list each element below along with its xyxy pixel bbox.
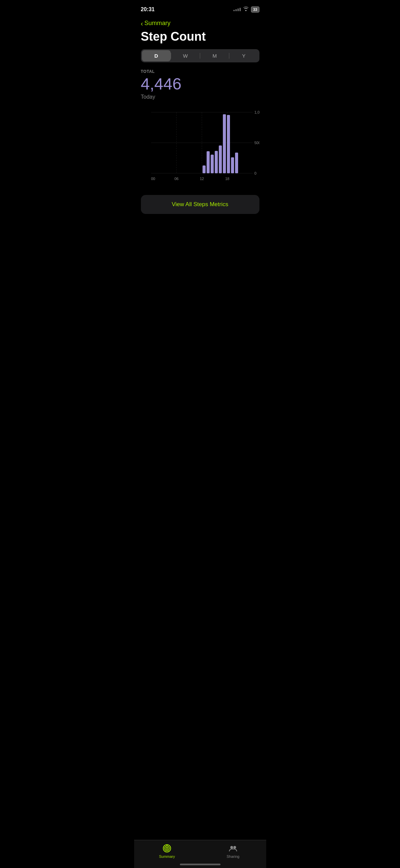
- step-count-chart: 1,000 500 0 00 06 12 18: [141, 105, 259, 187]
- bar-20: [235, 153, 238, 173]
- bar-14: [211, 155, 214, 173]
- period-btn-d[interactable]: D: [142, 50, 171, 61]
- period-btn-w[interactable]: W: [171, 50, 200, 61]
- view-all-steps-button[interactable]: View All Steps Metrics: [141, 195, 259, 214]
- page-title: Step Count: [134, 28, 266, 49]
- period-btn-m[interactable]: M: [200, 50, 229, 61]
- svg-text:1,000: 1,000: [254, 110, 259, 114]
- back-label: Summary: [144, 20, 170, 27]
- period-btn-y[interactable]: Y: [229, 50, 258, 61]
- bar-17: [223, 114, 226, 173]
- signal-icon: [233, 8, 241, 11]
- bar-13: [207, 151, 210, 173]
- svg-text:500: 500: [254, 141, 259, 145]
- status-time: 20:31: [141, 6, 155, 13]
- svg-text:06: 06: [174, 177, 178, 181]
- stats-subtitle: Today: [141, 94, 259, 100]
- svg-text:12: 12: [200, 177, 204, 181]
- bar-18: [227, 115, 230, 173]
- back-navigation[interactable]: ‹ Summary: [134, 17, 266, 28]
- back-chevron-icon: ‹: [141, 20, 143, 27]
- period-selector[interactable]: D W M Y: [141, 49, 259, 62]
- svg-text:0: 0: [254, 171, 256, 175]
- wifi-icon: [243, 6, 249, 13]
- svg-text:18: 18: [225, 177, 229, 181]
- svg-text:00: 00: [151, 177, 155, 181]
- bar-15: [215, 151, 218, 173]
- battery-indicator: 33: [251, 6, 259, 13]
- status-bar: 20:31 33: [134, 0, 266, 17]
- chart-svg: 1,000 500 0 00 06 12 18: [141, 105, 259, 187]
- stats-value: 4,446: [141, 75, 259, 93]
- stats-label: TOTAL: [141, 69, 259, 74]
- bar-16: [219, 145, 222, 173]
- bar-19: [231, 157, 234, 173]
- status-icons: 33: [233, 6, 259, 13]
- bar-12: [203, 165, 206, 173]
- stats-section: TOTAL 4,446 Today: [134, 69, 266, 103]
